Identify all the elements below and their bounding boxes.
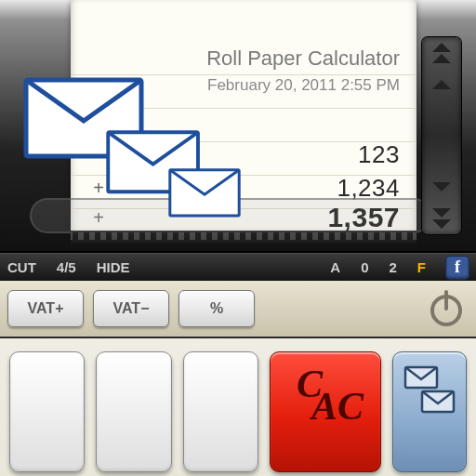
tape-timestamp: February 20, 2011 2:55 PM: [207, 76, 400, 95]
mode-cut[interactable]: CUT: [7, 259, 36, 275]
mode-hide[interactable]: HIDE: [97, 259, 130, 275]
scroll-down-button[interactable]: [422, 171, 461, 203]
chevron-down-icon: [432, 219, 451, 229]
tape-operator: +: [71, 178, 126, 199]
numeric-key[interactable]: [183, 351, 258, 472]
vat-plus-button[interactable]: VAT+: [7, 290, 84, 327]
decimal-a[interactable]: A: [330, 259, 340, 275]
tape-row-current[interactable]: + 1,357: [71, 201, 416, 234]
chevron-down-icon: [432, 182, 451, 192]
numeric-key[interactable]: [9, 351, 85, 472]
paper-tear-edge: [71, 231, 416, 244]
chevron-up-icon: [432, 80, 451, 89]
scroll-up-button[interactable]: [422, 69, 461, 100]
tape-value: 1,234: [126, 174, 416, 203]
main-key-row: C AC: [0, 338, 476, 476]
scroll-bottom-button[interactable]: [422, 203, 461, 234]
percent-button[interactable]: %: [178, 290, 255, 327]
clear-label-ac: AC: [311, 384, 364, 429]
tape-scrollbar[interactable]: [422, 37, 461, 234]
tape-operator: +: [71, 207, 126, 229]
tape-title: Roll Paper Calculator: [206, 46, 400, 71]
chevron-down-icon: [432, 208, 451, 218]
display-frame: Roll Paper Calculator February 20, 2011 …: [0, 0, 476, 253]
vat-minus-button[interactable]: VAT−: [93, 290, 169, 327]
email-tape-button[interactable]: [392, 351, 467, 472]
decimal-2[interactable]: 2: [389, 259, 396, 275]
chevron-up-icon: [432, 54, 451, 63]
decimal-f[interactable]: F: [417, 259, 426, 275]
keypad: VAT+ VAT− % C AC: [0, 281, 476, 476]
tape-row[interactable]: 123: [71, 138, 416, 171]
paper-tape: Roll Paper Calculator February 20, 2011 …: [71, 0, 416, 231]
mode-round[interactable]: 4/5: [57, 259, 76, 275]
scroll-top-button[interactable]: [422, 37, 461, 69]
mode-status-bar: CUT 4/5 HIDE A 0 2 F f: [0, 253, 476, 281]
chevron-up-icon: [432, 43, 451, 52]
decimal-0[interactable]: 0: [361, 259, 368, 275]
facebook-button[interactable]: f: [446, 257, 469, 279]
clear-all-clear-button[interactable]: C AC: [270, 351, 381, 472]
tape-value: 123: [126, 140, 416, 169]
power-button[interactable]: [424, 286, 469, 331]
tape-value: 1,357: [126, 202, 416, 233]
function-key-row: VAT+ VAT− %: [0, 281, 476, 338]
tape-row[interactable]: + 1,234: [71, 171, 416, 205]
numeric-key[interactable]: [96, 351, 171, 472]
envelope-icon: [402, 362, 457, 427]
